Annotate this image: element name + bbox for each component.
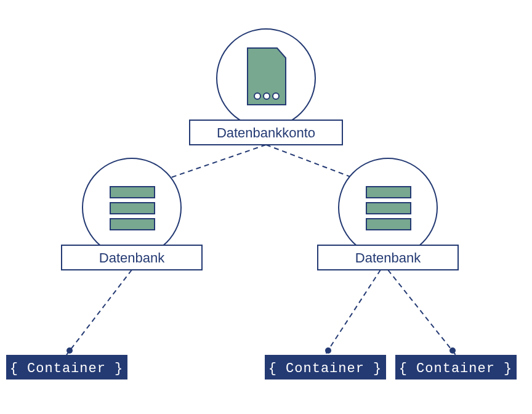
account-label-text: Datenbankkonto [217, 125, 315, 140]
database-label-text: Datenbank [99, 250, 165, 266]
container-label-text: { Container } [399, 361, 513, 376]
db-bar-icon [110, 203, 155, 214]
connector-endpoint [449, 347, 456, 354]
connector-db1-c1 [66, 270, 132, 355]
node-database-account: Datenbankkonto [190, 29, 342, 145]
container-label-text: { Container } [10, 361, 124, 376]
container-label-text: { Container } [268, 361, 382, 376]
hierarchy-diagram: Datenbankkonto Datenbank Datenbank { Con… [0, 0, 532, 414]
doc-dot-icon [254, 93, 260, 99]
connector-endpoint [66, 347, 73, 354]
db-bar-icon [110, 219, 155, 230]
doc-dot-icon [273, 93, 279, 99]
db-bar-icon [366, 219, 411, 230]
node-database-2: Datenbank [318, 158, 458, 270]
connector-db2-c3 [388, 270, 456, 355]
doc-dot-icon [264, 93, 270, 99]
db-bar-icon [110, 187, 155, 198]
database-label-text: Datenbank [355, 250, 421, 266]
connector-db2-c2 [325, 270, 381, 355]
connector-endpoint [325, 347, 331, 354]
node-container-1: { Container } [6, 355, 127, 380]
db-bar-icon [366, 203, 411, 214]
node-container-2: { Container } [265, 355, 386, 380]
db-bar-icon [366, 187, 411, 198]
node-database-1: Datenbank [62, 158, 202, 270]
node-container-3: { Container } [395, 355, 517, 380]
